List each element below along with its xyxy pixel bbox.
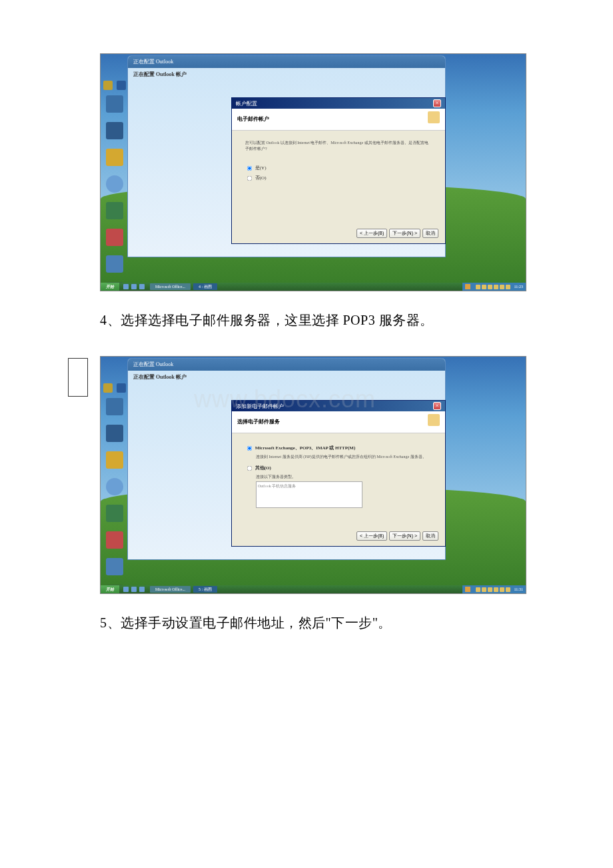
start-button[interactable]: 开始 xyxy=(101,283,119,291)
taskbar-item-office[interactable]: Microsoft Office... xyxy=(150,283,191,290)
radio-other-input[interactable] xyxy=(247,466,253,471)
tray-icon[interactable] xyxy=(506,285,510,289)
back-button[interactable]: < 上一步(B) xyxy=(356,531,387,541)
radio-no-input[interactable] xyxy=(247,176,253,181)
ql-icon[interactable] xyxy=(139,284,145,289)
desktop-icon[interactable] xyxy=(106,149,123,166)
radio-exchange-label: Microsoft Exchange、POP3、IMAP 或 HTTP(M) xyxy=(255,445,356,451)
system-tray: 11:23 xyxy=(462,283,526,291)
radio-other[interactable]: 其他(O) xyxy=(245,464,432,473)
cancel-button[interactable]: 取消 xyxy=(422,531,438,541)
mail-icon xyxy=(428,111,440,123)
clock: 11:23 xyxy=(514,285,523,289)
close-icon[interactable]: × xyxy=(433,402,441,410)
dialog-titlebar: 添加新电子邮件帐户 × xyxy=(232,401,445,411)
quick-launch xyxy=(119,284,149,289)
desktop-icon[interactable] xyxy=(106,505,123,522)
mail-icon xyxy=(428,414,440,426)
cancel-button[interactable]: 取消 xyxy=(422,229,438,238)
step4-number: 4、 xyxy=(100,313,121,327)
dialog-footer: < 上一步(B) 下一步(N) > 取消 xyxy=(356,229,438,238)
screenshot-step4: 正在配置 Outlook 正在配置 Outlook 帐户 帐户配置 × 电子邮件… xyxy=(100,53,526,291)
dialog-header-text: 选择电子邮件服务 xyxy=(237,419,280,425)
back-button[interactable]: < 上一步(B) xyxy=(356,229,387,238)
screenshot-step5: 正在配置 Outlook 正在配置 Outlook 帐户 添加新电子邮件帐户 ×… xyxy=(100,356,526,594)
tray-icon[interactable] xyxy=(500,285,504,289)
desktop-icon[interactable] xyxy=(106,229,123,246)
radio-exchange[interactable]: Microsoft Exchange、POP3、IMAP 或 HTTP(M) xyxy=(245,444,432,453)
tray-icon[interactable] xyxy=(488,587,492,592)
ql-icon[interactable] xyxy=(139,587,145,592)
ql-icon[interactable] xyxy=(131,284,137,289)
desktop-icons xyxy=(103,383,126,594)
recycle-icon[interactable] xyxy=(117,383,126,393)
dialog-body: Microsoft Exchange、POP3、IMAP 或 HTTP(M) 连… xyxy=(232,433,445,517)
clock: 11:31 xyxy=(514,587,523,591)
desktop-icon[interactable] xyxy=(106,531,123,549)
next-button[interactable]: 下一步(N) > xyxy=(389,229,420,238)
dialog-title-text: 添加新电子邮件帐户 xyxy=(236,403,284,410)
tray-icon[interactable] xyxy=(494,587,498,592)
taskbar-item-office[interactable]: Microsoft Office... xyxy=(150,586,191,593)
ql-icon[interactable] xyxy=(123,587,129,592)
tray-indicator-icon[interactable] xyxy=(465,284,470,289)
recycle-icon[interactable] xyxy=(117,81,126,90)
dialog-header-text: 电子邮件帐户 xyxy=(237,116,269,122)
taskbar-item-paint[interactable]: 5 : 画图 xyxy=(193,586,217,593)
desktop-icon[interactable] xyxy=(106,122,123,139)
wizard-sidebar-label: 正在配置 Outlook 帐户 xyxy=(133,373,193,381)
top-icons xyxy=(103,81,126,90)
window-title: 正在配置 Outlook xyxy=(128,56,445,68)
taskbar-item-paint[interactable]: 4 : 画图 xyxy=(193,283,217,290)
taskbar: 开始 Microsoft Office... 4 : 画图 11:23 xyxy=(101,283,526,291)
tray-icon[interactable] xyxy=(488,285,492,289)
system-tray: 11:31 xyxy=(462,585,526,593)
dialog-hint: 您可以配置 Outlook 以连接到 Internet 电子邮件、Microso… xyxy=(245,140,432,152)
tray-icon[interactable] xyxy=(482,285,486,289)
add-account-dialog: 添加新电子邮件帐户 × 选择电子邮件服务 Microsoft Exchange、… xyxy=(231,400,446,547)
dialog-body: 您可以配置 Outlook 以连接到 Internet 电子邮件、Microso… xyxy=(232,131,445,193)
desktop-icon[interactable] xyxy=(106,398,123,415)
outlook-wizard-window: 正在配置 Outlook 正在配置 Outlook 帐户 添加新电子邮件帐户 ×… xyxy=(127,358,446,560)
step4-text: 4、选择选择电子邮件服务器，这里选择 POP3 服务器。 xyxy=(100,311,573,329)
tray-icon[interactable] xyxy=(476,587,480,592)
tray-icon[interactable] xyxy=(494,285,498,289)
tray-icon[interactable] xyxy=(500,587,504,592)
step5-body: 选择手动设置电子邮件地址，然后"下一步"。 xyxy=(121,615,392,630)
desktop-icon[interactable] xyxy=(106,558,123,575)
desktop-icon[interactable] xyxy=(106,451,123,469)
ql-icon[interactable] xyxy=(123,284,129,289)
step5-number: 5、 xyxy=(100,615,121,630)
dialog-header: 选择电子邮件服务 xyxy=(232,411,445,433)
radio-yes[interactable]: 是(Y) xyxy=(245,164,432,173)
wizard-sidebar-label: 正在配置 Outlook 帐户 xyxy=(133,71,193,78)
side-box-decor xyxy=(68,358,88,397)
next-button[interactable]: 下一步(N) > xyxy=(389,531,420,541)
radio-no-label: 否(O) xyxy=(255,175,267,181)
server-listbox[interactable]: Outlook 手机信息服务 xyxy=(256,481,362,508)
tray-indicator-icon[interactable] xyxy=(465,587,470,592)
shield-icon[interactable] xyxy=(103,383,113,393)
radio-yes-label: 是(Y) xyxy=(255,165,267,171)
ql-icon[interactable] xyxy=(131,587,137,592)
exchange-description: 连接到 Internet 服务提供商 (ISP)提供的电子邮件帐户或您所在组织的… xyxy=(256,454,432,460)
ie-icon[interactable] xyxy=(106,478,123,495)
desktop-icon[interactable] xyxy=(106,255,123,273)
radio-yes-input[interactable] xyxy=(247,166,253,171)
desktop-icon[interactable] xyxy=(106,95,123,113)
quick-launch xyxy=(119,587,149,592)
ie-icon[interactable] xyxy=(106,175,123,193)
outlook-wizard-window: 正在配置 Outlook 正在配置 Outlook 帐户 帐户配置 × 电子邮件… xyxy=(127,55,446,257)
desktop-icon[interactable] xyxy=(106,202,123,219)
other-description: 连接以下服务器类型。 xyxy=(256,474,432,480)
tray-icon[interactable] xyxy=(482,587,486,592)
shield-icon[interactable] xyxy=(103,81,113,90)
tray-icon[interactable] xyxy=(506,587,510,592)
radio-exchange-input[interactable] xyxy=(247,446,253,451)
start-button[interactable]: 开始 xyxy=(101,585,119,593)
desktop-icons xyxy=(103,81,126,291)
tray-icon[interactable] xyxy=(476,285,480,289)
close-icon[interactable]: × xyxy=(433,99,441,107)
desktop-icon[interactable] xyxy=(106,425,123,442)
radio-no[interactable]: 否(O) xyxy=(245,174,432,183)
